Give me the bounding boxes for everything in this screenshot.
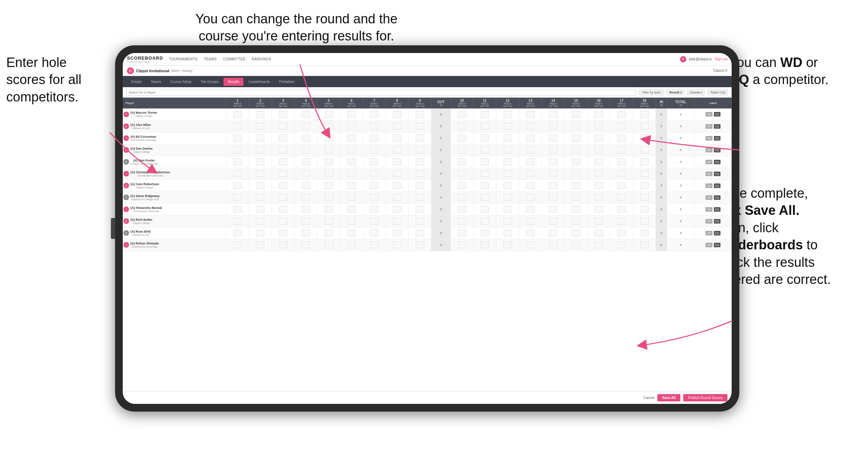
score-input-hole-9[interactable] [416, 206, 424, 213]
score-hole-8-player-3[interactable] [386, 144, 408, 156]
score-hole-17-player-2[interactable] [610, 132, 633, 144]
wd-button-player-7[interactable]: WD [705, 195, 713, 200]
score-hole-12-player-3[interactable] [496, 144, 519, 156]
score-input-hole-7[interactable] [370, 123, 378, 130]
score-hole-18-player-7[interactable] [633, 191, 656, 203]
score-hole-6-player-5[interactable] [340, 168, 363, 180]
score-input-hole-9[interactable] [416, 241, 424, 248]
score-hole-3-player-1[interactable] [272, 120, 294, 132]
score-input-hole-18[interactable] [640, 111, 649, 118]
score-hole-6-player-7[interactable] [340, 191, 363, 203]
dq-button-player-6[interactable]: DQ [714, 183, 720, 188]
score-hole-14-player-2[interactable] [542, 132, 565, 144]
score-input-hole-2[interactable] [256, 135, 264, 142]
score-input-hole-12[interactable] [504, 111, 512, 118]
score-hole-10-player-8[interactable] [451, 203, 473, 215]
score-input-hole-11[interactable] [481, 194, 489, 201]
score-input-hole-18[interactable] [640, 241, 649, 248]
score-hole-11-player-5[interactable] [473, 168, 496, 180]
score-hole-15-player-8[interactable] [565, 203, 587, 215]
score-hole-12-player-6[interactable] [496, 180, 519, 191]
score-hole-8-player-6[interactable] [386, 180, 408, 191]
score-hole-1-player-6[interactable] [226, 180, 249, 191]
score-hole-14-player-9[interactable] [542, 215, 565, 227]
score-input-hole-14[interactable] [549, 146, 557, 153]
sign-out-link[interactable]: Sign out [715, 57, 727, 61]
score-hole-6-player-1[interactable] [340, 120, 363, 132]
score-input-hole-3[interactable] [279, 182, 287, 189]
score-input-hole-2[interactable] [256, 158, 264, 165]
score-input-hole-12[interactable] [504, 158, 512, 165]
score-input-hole-4[interactable] [302, 194, 310, 201]
score-input-hole-1[interactable] [233, 158, 242, 165]
score-input-hole-10[interactable] [458, 158, 466, 165]
score-input-hole-18[interactable] [640, 135, 649, 142]
score-input-hole-6[interactable] [347, 194, 356, 201]
score-input-hole-14[interactable] [549, 218, 557, 225]
score-input-hole-5[interactable] [325, 182, 333, 189]
score-hole-9-player-10[interactable] [408, 227, 431, 239]
score-input-hole-1[interactable] [233, 146, 242, 153]
score-input-hole-10[interactable] [458, 241, 466, 248]
score-hole-13-player-9[interactable] [519, 215, 542, 227]
score-input-hole-14[interactable] [549, 170, 557, 177]
score-hole-3-player-5[interactable] [272, 168, 294, 180]
tab-course-setup[interactable]: Course Setup [166, 78, 196, 86]
score-hole-17-player-10[interactable] [610, 227, 633, 239]
score-input-hole-2[interactable] [256, 182, 264, 189]
score-hole-2-player-4[interactable] [249, 156, 272, 168]
score-hole-13-player-5[interactable] [519, 168, 542, 180]
score-input-hole-10[interactable] [458, 170, 466, 177]
score-input-hole-6[interactable] [347, 123, 356, 130]
totals-only-toggle[interactable]: Totals Only [708, 90, 728, 95]
score-hole-2-player-8[interactable] [249, 203, 272, 215]
cancel-button[interactable]: Cancel [643, 396, 654, 400]
score-hole-3-player-10[interactable] [272, 227, 294, 239]
score-hole-10-player-5[interactable] [451, 168, 473, 180]
score-input-hole-8[interactable] [393, 158, 401, 165]
score-hole-15-player-6[interactable] [565, 180, 587, 191]
score-input-hole-16[interactable] [595, 123, 603, 130]
score-hole-5-player-10[interactable] [317, 227, 340, 239]
wd-button-player-5[interactable]: WD [705, 172, 713, 176]
score-hole-13-player-0[interactable] [519, 108, 542, 120]
score-hole-1-player-1[interactable] [226, 120, 249, 132]
dq-button-player-8[interactable]: DQ [714, 207, 720, 212]
score-input-hole-3[interactable] [279, 135, 287, 142]
score-hole-18-player-5[interactable] [633, 168, 656, 180]
score-hole-12-player-5[interactable] [496, 168, 519, 180]
score-hole-5-player-3[interactable] [317, 144, 340, 156]
dq-button-player-10[interactable]: DQ [714, 231, 720, 235]
score-hole-9-player-4[interactable] [408, 156, 431, 168]
score-input-hole-4[interactable] [302, 241, 310, 248]
score-input-hole-13[interactable] [526, 170, 535, 177]
score-hole-10-player-11[interactable] [451, 239, 473, 251]
score-input-hole-3[interactable] [279, 194, 287, 201]
score-hole-18-player-8[interactable] [633, 203, 656, 215]
score-hole-4-player-3[interactable] [294, 144, 317, 156]
score-hole-9-player-0[interactable] [408, 108, 431, 120]
tab-details[interactable]: Details [127, 78, 146, 86]
score-hole-2-player-1[interactable] [249, 120, 272, 132]
score-input-hole-5[interactable] [325, 158, 333, 165]
score-hole-9-player-11[interactable] [408, 239, 431, 251]
score-hole-9-player-8[interactable] [408, 203, 431, 215]
score-input-hole-14[interactable] [549, 158, 557, 165]
score-input-hole-18[interactable] [640, 123, 649, 130]
score-input-hole-2[interactable] [256, 206, 264, 213]
score-input-hole-1[interactable] [233, 229, 242, 236]
score-input-hole-1[interactable] [233, 182, 242, 189]
score-input-hole-3[interactable] [279, 111, 287, 118]
score-input-hole-15[interactable] [572, 229, 580, 236]
score-input-hole-18[interactable] [640, 206, 649, 213]
score-hole-18-player-3[interactable] [633, 144, 656, 156]
score-hole-7-player-7[interactable] [363, 191, 386, 203]
wd-button-player-10[interactable]: WD [705, 231, 713, 235]
score-hole-7-player-9[interactable] [363, 215, 386, 227]
score-hole-12-player-4[interactable] [496, 156, 519, 168]
score-hole-7-player-11[interactable] [363, 239, 386, 251]
score-input-hole-1[interactable] [233, 194, 242, 201]
score-hole-14-player-11[interactable] [542, 239, 565, 251]
score-hole-16-player-7[interactable] [587, 191, 610, 203]
score-input-hole-10[interactable] [458, 123, 466, 130]
